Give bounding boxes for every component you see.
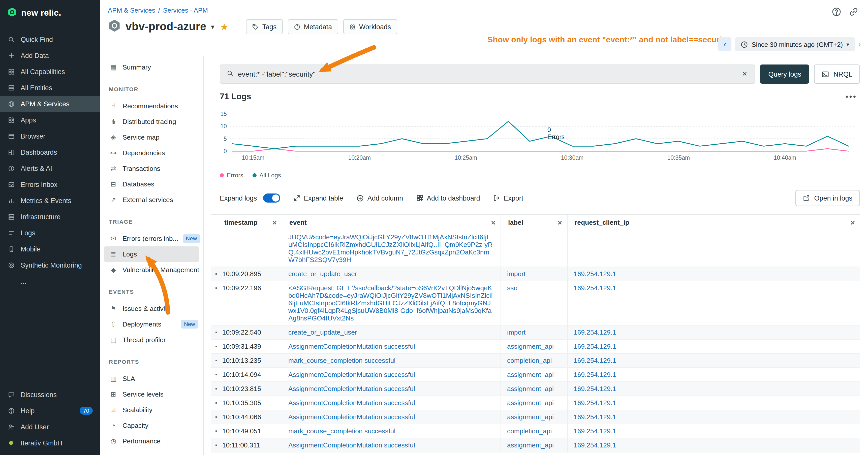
sidebar-item-mobile[interactable]: Mobile [0,241,100,257]
sidebar-item-more[interactable]: ... [0,273,100,289]
ip-link[interactable]: 169.254.129.1 [574,284,854,292]
sidebar-item-add-user[interactable]: Add User [0,419,100,435]
row-expand-icon[interactable]: ▪ [215,399,217,407]
subnav-item-errors-errors-inb[interactable]: ✉ Errors (errors inb... New [100,231,203,247]
label-link[interactable]: assignment_api [507,442,561,449]
sidebar-item-help[interactable]: Help 70 [0,402,100,419]
subnav-item-recommendations[interactable]: ☝ Recommendations [100,98,203,114]
ip-link[interactable]: 169.254.129.1 [574,442,854,449]
remove-column-icon[interactable]: × [850,218,855,227]
row-expand-icon[interactable]: ▪ [215,328,217,336]
subnav-item-performance[interactable]: ◷ Performance [100,433,203,449]
nrql-button[interactable]: NRQL [814,65,860,84]
subnav-item-service-levels[interactable]: ⊞ Service levels [100,387,203,402]
sidebar-item-all-entities[interactable]: All Entities [0,79,100,96]
clear-query-icon[interactable]: × [741,69,748,79]
query-bar[interactable]: × [220,65,755,84]
sidebar-item-apps[interactable]: Apps [0,112,100,128]
table-row[interactable]: ▪10:10:14.094 AssignmentCompletionMutati… [211,368,860,382]
sidebar-item-apm-services[interactable]: APM & Services [0,96,100,112]
sidebar-item-alerts-ai[interactable]: Alerts & AI [0,160,100,176]
row-expand-icon[interactable]: ▪ [215,385,217,392]
label-link[interactable]: completion_api [507,427,561,435]
sidebar-item-iterativ-gmbh[interactable]: Iterativ GmbH [0,435,100,451]
sidebar-item-synthetic-monitoring[interactable]: Synthetic Monitoring [0,257,100,273]
table-row[interactable]: ▪10:10:44.066 AssignmentCompletionMutati… [211,410,860,424]
table-row[interactable]: ▪10:09:22.196 <ASGIRequest: GET '/sso/ca… [211,281,860,325]
table-row[interactable]: ▪10:11:00.311 AssignmentCompletionMutati… [211,438,860,453]
query-input[interactable] [238,70,737,78]
sidebar-item-discussions[interactable]: Discussions [0,387,100,402]
sidebar-item-add-data[interactable]: Add Data [0,47,100,64]
ip-link[interactable]: 169.254.129.1 [574,427,854,435]
metadata-button[interactable]: Metadata [287,19,338,34]
row-expand-icon[interactable]: ▪ [215,270,217,278]
ip-link[interactable]: 169.254.129.1 [574,357,854,364]
label-link[interactable]: assignment_api [507,399,561,407]
row-expand-icon[interactable]: ▪ [215,343,217,350]
row-expand-icon[interactable]: ▪ [215,413,217,421]
subnav-item-issues-activity[interactable]: ⚑ Issues & activity [100,301,203,317]
legend-item-all-logs[interactable]: All Logs [252,172,281,179]
row-expand-icon[interactable]: ▪ [215,427,217,435]
label-link[interactable]: completion_api [507,357,561,364]
favorite-star-icon[interactable]: ★ [220,21,228,32]
query-logs-button[interactable]: Query logs [760,65,809,84]
event-link[interactable]: <ASGIRequest: GET '/sso/callback/?state=… [288,284,495,322]
subnav-item-vulnerability-management[interactable]: ◆ Vulnerability Management [100,262,203,278]
ip-link[interactable]: 169.254.129.1 [574,399,854,407]
add-column-button[interactable]: Add column [356,194,403,202]
column-header-timestamp[interactable]: timestamp × [211,215,282,230]
open-in-logs-button[interactable]: Open in logs [796,190,860,206]
time-back-button[interactable]: ‹ [718,37,732,52]
subnav-item-thread-profiler[interactable]: ▤ Thread profiler [100,332,203,348]
ip-link[interactable]: 169.254.129.1 [574,343,854,350]
table-row[interactable]: ▪10:10:13.235 mark_course_completion suc… [211,354,860,368]
tags-button[interactable]: Tags [246,19,283,34]
table-row[interactable]: ▪10:09:22.540 create_or_update_user impo… [211,325,860,339]
label-link[interactable]: import [507,270,561,278]
subnav-item-distributed-tracing[interactable]: ⋔ Distributed tracing [100,114,203,130]
ip-link[interactable]: 169.254.129.1 [574,385,854,392]
sidebar-item-quick-find[interactable]: Quick Find [0,31,100,47]
table-row[interactable]: ▪10:10:49.051 mark_course_completion suc… [211,424,860,438]
subnav-item-sla[interactable]: ▥ SLA [100,371,203,387]
subnav-item-deployments[interactable]: ⇧ Deployments New [100,317,203,332]
subnav-item-summary[interactable]: ▦ Summary [100,60,203,75]
label-link[interactable]: import [507,328,561,336]
sidebar-item-metrics-events[interactable]: Metrics & Events [0,193,100,208]
row-expand-icon[interactable]: ▪ [215,442,217,449]
event-link[interactable]: create_or_update_user [288,270,495,278]
event-link[interactable]: mark_course_completion successful [288,427,495,435]
ip-link[interactable]: 169.254.129.1 [574,371,854,379]
time-range-button[interactable]: Since 30 minutes ago (GMT+2) ▾ [735,37,855,52]
event-link[interactable]: JUQVU&code=eyJraWQiOiJjcGltY29yZV8wOTl1M… [288,233,495,263]
sidebar-item-dashboards[interactable]: Dashboards [0,144,100,160]
column-header-event[interactable]: event × [282,215,501,230]
table-row[interactable]: ▪10:09:31.439 AssignmentCompletionMutati… [211,339,860,354]
legend-item-errors[interactable]: Errors [220,172,243,179]
table-row[interactable]: JUQVU&code=eyJraWQiOiJjcGltY29yZV8wOTl1M… [211,230,860,267]
label-link[interactable]: assignment_api [507,371,561,379]
event-link[interactable]: mark_course_completion successful [288,357,495,364]
remove-column-icon[interactable]: × [491,218,496,227]
entity-chevron-down-icon[interactable]: ▾ [211,23,215,31]
copy-link-icon[interactable] [848,6,859,17]
event-link[interactable]: create_or_update_user [288,328,495,336]
sidebar-item-all-capabilities[interactable]: All Capabilities [0,64,100,79]
event-link[interactable]: AssignmentCompletionMutation successful [288,371,495,379]
ip-link[interactable]: 169.254.129.1 [574,413,854,421]
event-link[interactable]: AssignmentCompletionMutation successful [288,343,495,350]
ip-link[interactable]: 169.254.129.1 [574,328,854,336]
expand-logs-toggle[interactable] [263,194,280,202]
column-header-request-client-ip[interactable]: request_client_ip × [567,215,860,230]
row-expand-icon[interactable]: ▪ [215,284,217,292]
subnav-item-dependencies[interactable]: ⊶ Dependencies [100,145,203,161]
subnav-item-capacity[interactable]: ◔ Capacity [100,418,203,433]
subnav-item-databases[interactable]: ⊟ Databases [100,176,203,192]
breadcrumb-link-apm-services[interactable]: APM & Services [108,6,155,14]
subnav-item-external-services[interactable]: ↗ External services [100,192,203,207]
subnav-item-logs[interactable]: ≣ Logs [104,247,199,262]
breadcrumb-link-services-apm[interactable]: Services - APM [163,6,208,14]
subnav-item-transactions[interactable]: ⇄ Transactions [100,161,203,176]
